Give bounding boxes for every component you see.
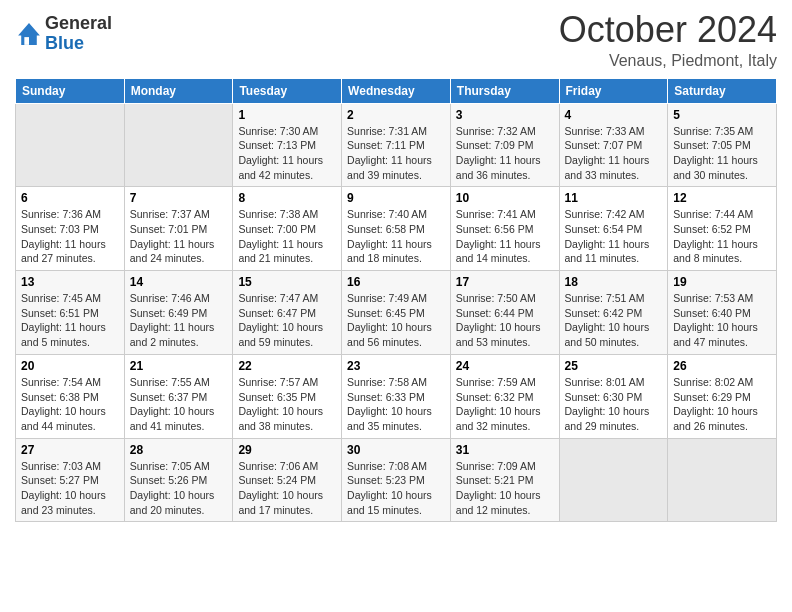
day-number: 14 bbox=[130, 275, 228, 289]
day-number: 23 bbox=[347, 359, 445, 373]
logo-blue: Blue bbox=[45, 33, 84, 53]
table-row: 24Sunrise: 7:59 AM Sunset: 6:32 PM Dayli… bbox=[450, 354, 559, 438]
day-number: 16 bbox=[347, 275, 445, 289]
day-number: 10 bbox=[456, 191, 554, 205]
table-row bbox=[668, 438, 777, 522]
calendar-table: SundayMondayTuesdayWednesdayThursdayFrid… bbox=[15, 78, 777, 523]
day-number: 29 bbox=[238, 443, 336, 457]
table-row: 25Sunrise: 8:01 AM Sunset: 6:30 PM Dayli… bbox=[559, 354, 668, 438]
day-number: 27 bbox=[21, 443, 119, 457]
day-info: Sunrise: 8:01 AM Sunset: 6:30 PM Dayligh… bbox=[565, 375, 663, 434]
day-info: Sunrise: 7:37 AM Sunset: 7:01 PM Dayligh… bbox=[130, 207, 228, 266]
table-row: 12Sunrise: 7:44 AM Sunset: 6:52 PM Dayli… bbox=[668, 187, 777, 271]
day-number: 24 bbox=[456, 359, 554, 373]
col-saturday: Saturday bbox=[668, 78, 777, 103]
day-number: 3 bbox=[456, 108, 554, 122]
col-wednesday: Wednesday bbox=[342, 78, 451, 103]
day-info: Sunrise: 7:35 AM Sunset: 7:05 PM Dayligh… bbox=[673, 124, 771, 183]
table-row: 16Sunrise: 7:49 AM Sunset: 6:45 PM Dayli… bbox=[342, 271, 451, 355]
day-number: 13 bbox=[21, 275, 119, 289]
logo-general: General bbox=[45, 13, 112, 33]
day-info: Sunrise: 7:49 AM Sunset: 6:45 PM Dayligh… bbox=[347, 291, 445, 350]
day-number: 15 bbox=[238, 275, 336, 289]
table-row: 14Sunrise: 7:46 AM Sunset: 6:49 PM Dayli… bbox=[124, 271, 233, 355]
day-number: 25 bbox=[565, 359, 663, 373]
table-row: 9Sunrise: 7:40 AM Sunset: 6:58 PM Daylig… bbox=[342, 187, 451, 271]
col-friday: Friday bbox=[559, 78, 668, 103]
day-number: 28 bbox=[130, 443, 228, 457]
table-row bbox=[124, 103, 233, 187]
table-row: 20Sunrise: 7:54 AM Sunset: 6:38 PM Dayli… bbox=[16, 354, 125, 438]
day-info: Sunrise: 7:40 AM Sunset: 6:58 PM Dayligh… bbox=[347, 207, 445, 266]
col-monday: Monday bbox=[124, 78, 233, 103]
day-number: 7 bbox=[130, 191, 228, 205]
col-thursday: Thursday bbox=[450, 78, 559, 103]
table-row: 28Sunrise: 7:05 AM Sunset: 5:26 PM Dayli… bbox=[124, 438, 233, 522]
day-info: Sunrise: 7:50 AM Sunset: 6:44 PM Dayligh… bbox=[456, 291, 554, 350]
table-row: 27Sunrise: 7:03 AM Sunset: 5:27 PM Dayli… bbox=[16, 438, 125, 522]
day-number: 20 bbox=[21, 359, 119, 373]
day-info: Sunrise: 7:44 AM Sunset: 6:52 PM Dayligh… bbox=[673, 207, 771, 266]
day-number: 17 bbox=[456, 275, 554, 289]
table-row: 10Sunrise: 7:41 AM Sunset: 6:56 PM Dayli… bbox=[450, 187, 559, 271]
day-info: Sunrise: 7:38 AM Sunset: 7:00 PM Dayligh… bbox=[238, 207, 336, 266]
day-number: 11 bbox=[565, 191, 663, 205]
table-row: 22Sunrise: 7:57 AM Sunset: 6:35 PM Dayli… bbox=[233, 354, 342, 438]
table-row: 30Sunrise: 7:08 AM Sunset: 5:23 PM Dayli… bbox=[342, 438, 451, 522]
day-info: Sunrise: 7:05 AM Sunset: 5:26 PM Dayligh… bbox=[130, 459, 228, 518]
day-info: Sunrise: 8:02 AM Sunset: 6:29 PM Dayligh… bbox=[673, 375, 771, 434]
table-row: 1Sunrise: 7:30 AM Sunset: 7:13 PM Daylig… bbox=[233, 103, 342, 187]
calendar-row: 20Sunrise: 7:54 AM Sunset: 6:38 PM Dayli… bbox=[16, 354, 777, 438]
header-row: SundayMondayTuesdayWednesdayThursdayFrid… bbox=[16, 78, 777, 103]
day-info: Sunrise: 7:06 AM Sunset: 5:24 PM Dayligh… bbox=[238, 459, 336, 518]
title-block: October 2024 Venaus, Piedmont, Italy bbox=[559, 10, 777, 70]
calendar-row: 13Sunrise: 7:45 AM Sunset: 6:51 PM Dayli… bbox=[16, 271, 777, 355]
day-info: Sunrise: 7:54 AM Sunset: 6:38 PM Dayligh… bbox=[21, 375, 119, 434]
table-row: 11Sunrise: 7:42 AM Sunset: 6:54 PM Dayli… bbox=[559, 187, 668, 271]
day-info: Sunrise: 7:08 AM Sunset: 5:23 PM Dayligh… bbox=[347, 459, 445, 518]
day-number: 31 bbox=[456, 443, 554, 457]
calendar-page: General Blue October 2024 Venaus, Piedmo… bbox=[0, 0, 792, 612]
day-info: Sunrise: 7:46 AM Sunset: 6:49 PM Dayligh… bbox=[130, 291, 228, 350]
day-info: Sunrise: 7:41 AM Sunset: 6:56 PM Dayligh… bbox=[456, 207, 554, 266]
day-number: 19 bbox=[673, 275, 771, 289]
calendar-row: 1Sunrise: 7:30 AM Sunset: 7:13 PM Daylig… bbox=[16, 103, 777, 187]
table-row bbox=[16, 103, 125, 187]
table-row: 23Sunrise: 7:58 AM Sunset: 6:33 PM Dayli… bbox=[342, 354, 451, 438]
month-title: October 2024 bbox=[559, 10, 777, 50]
day-number: 22 bbox=[238, 359, 336, 373]
day-info: Sunrise: 7:47 AM Sunset: 6:47 PM Dayligh… bbox=[238, 291, 336, 350]
day-info: Sunrise: 7:55 AM Sunset: 6:37 PM Dayligh… bbox=[130, 375, 228, 434]
day-info: Sunrise: 7:58 AM Sunset: 6:33 PM Dayligh… bbox=[347, 375, 445, 434]
day-number: 2 bbox=[347, 108, 445, 122]
table-row: 5Sunrise: 7:35 AM Sunset: 7:05 PM Daylig… bbox=[668, 103, 777, 187]
table-row: 18Sunrise: 7:51 AM Sunset: 6:42 PM Dayli… bbox=[559, 271, 668, 355]
day-number: 6 bbox=[21, 191, 119, 205]
day-number: 18 bbox=[565, 275, 663, 289]
logo-icon bbox=[15, 20, 43, 48]
day-info: Sunrise: 7:45 AM Sunset: 6:51 PM Dayligh… bbox=[21, 291, 119, 350]
table-row: 4Sunrise: 7:33 AM Sunset: 7:07 PM Daylig… bbox=[559, 103, 668, 187]
day-info: Sunrise: 7:53 AM Sunset: 6:40 PM Dayligh… bbox=[673, 291, 771, 350]
table-row: 29Sunrise: 7:06 AM Sunset: 5:24 PM Dayli… bbox=[233, 438, 342, 522]
calendar-row: 6Sunrise: 7:36 AM Sunset: 7:03 PM Daylig… bbox=[16, 187, 777, 271]
header: General Blue October 2024 Venaus, Piedmo… bbox=[15, 10, 777, 70]
logo: General Blue bbox=[15, 14, 112, 54]
day-number: 4 bbox=[565, 108, 663, 122]
table-row: 3Sunrise: 7:32 AM Sunset: 7:09 PM Daylig… bbox=[450, 103, 559, 187]
col-tuesday: Tuesday bbox=[233, 78, 342, 103]
day-number: 12 bbox=[673, 191, 771, 205]
day-info: Sunrise: 7:42 AM Sunset: 6:54 PM Dayligh… bbox=[565, 207, 663, 266]
day-info: Sunrise: 7:31 AM Sunset: 7:11 PM Dayligh… bbox=[347, 124, 445, 183]
table-row: 8Sunrise: 7:38 AM Sunset: 7:00 PM Daylig… bbox=[233, 187, 342, 271]
svg-rect-2 bbox=[24, 37, 29, 45]
day-number: 21 bbox=[130, 359, 228, 373]
day-info: Sunrise: 7:57 AM Sunset: 6:35 PM Dayligh… bbox=[238, 375, 336, 434]
table-row: 13Sunrise: 7:45 AM Sunset: 6:51 PM Dayli… bbox=[16, 271, 125, 355]
table-row: 7Sunrise: 7:37 AM Sunset: 7:01 PM Daylig… bbox=[124, 187, 233, 271]
day-number: 1 bbox=[238, 108, 336, 122]
day-number: 9 bbox=[347, 191, 445, 205]
table-row: 21Sunrise: 7:55 AM Sunset: 6:37 PM Dayli… bbox=[124, 354, 233, 438]
day-info: Sunrise: 7:32 AM Sunset: 7:09 PM Dayligh… bbox=[456, 124, 554, 183]
table-row: 6Sunrise: 7:36 AM Sunset: 7:03 PM Daylig… bbox=[16, 187, 125, 271]
